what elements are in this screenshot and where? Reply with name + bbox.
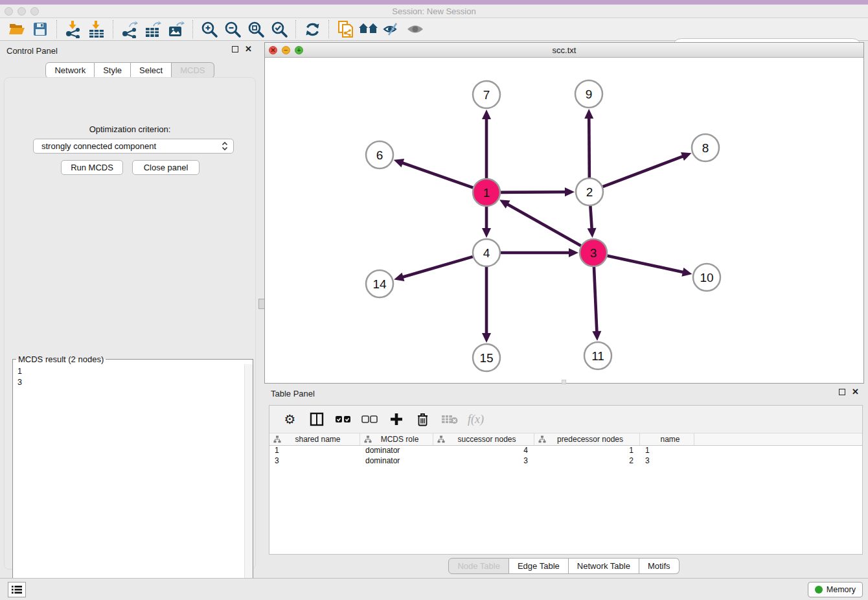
graph-node-10[interactable]: 10	[693, 264, 720, 291]
column-header-MCDS-role[interactable]: MCDS role	[360, 433, 433, 445]
graph-edge-1-4[interactable]	[482, 207, 491, 238]
zoom-out-button[interactable]	[221, 19, 244, 40]
cell[interactable]: dominator	[360, 456, 433, 467]
network-canvas[interactable]: 7968124314101511	[265, 58, 863, 383]
table-tab-node-table[interactable]: Node Table	[448, 558, 509, 574]
run-mcds-button[interactable]: Run MCDS	[61, 160, 123, 175]
column-header-shared-name[interactable]: shared name	[269, 433, 360, 445]
export-table-button[interactable]	[141, 19, 165, 40]
cell[interactable]: 1	[640, 446, 694, 456]
delete-table-button[interactable]	[437, 408, 461, 430]
cell[interactable]: 3	[269, 456, 360, 467]
canvas-resize-grip[interactable]	[562, 380, 566, 384]
split-divider[interactable]	[260, 42, 264, 384]
svg-text:14: 14	[372, 277, 387, 291]
column-header-predecessor-nodes[interactable]: predecessor nodes	[534, 433, 640, 445]
criterion-dropdown[interactable]: strongly connected component	[33, 139, 234, 154]
import-network-button[interactable]	[62, 19, 85, 40]
close-panel-button[interactable]: Close panel	[132, 160, 200, 175]
add-row-button[interactable]	[384, 408, 408, 430]
open-folder-icon	[8, 22, 25, 36]
hide-selected-button[interactable]	[380, 19, 404, 40]
delete-row-button[interactable]	[411, 408, 435, 430]
memory-button[interactable]: Memory	[808, 582, 863, 597]
table-row[interactable]: 1dominator411	[269, 446, 862, 456]
tab-mcds[interactable]: MCDS	[172, 62, 214, 78]
cell[interactable]: 3	[433, 456, 534, 467]
graph-edge-3-11[interactable]	[592, 267, 601, 341]
graph-edge-4-3[interactable]	[501, 248, 578, 257]
column-header-successor-nodes[interactable]: successor nodes	[433, 433, 534, 445]
graph-node-8[interactable]: 8	[692, 134, 719, 161]
table-tab-motifs[interactable]: Motifs	[639, 558, 680, 574]
graph-node-11[interactable]: 11	[584, 342, 611, 369]
tab-style[interactable]: Style	[95, 62, 131, 78]
table-tab-network-table[interactable]: Network Table	[569, 558, 639, 574]
graph-edge-1-6[interactable]	[394, 159, 474, 188]
graph-edge-1-2[interactable]	[501, 187, 575, 196]
graph-edge-2-3[interactable]	[588, 206, 597, 238]
column-header-name[interactable]: name	[640, 433, 694, 445]
svg-text:3: 3	[590, 246, 597, 260]
cell[interactable]: dominator	[360, 446, 433, 456]
zoom-selected-button[interactable]	[268, 19, 291, 40]
graph-edge-4-14[interactable]	[394, 257, 473, 281]
column-type-icon	[538, 435, 546, 443]
table-tab-edge-table[interactable]: Edge Table	[509, 558, 569, 574]
graph-edge-2-8[interactable]	[603, 152, 692, 187]
window-edge-strip	[0, 0, 868, 5]
graph-edge-3-1[interactable]	[499, 200, 581, 246]
table-settings-button[interactable]: ⚙	[278, 408, 302, 430]
float-panel-icon[interactable]	[232, 46, 238, 52]
show-columns-button[interactable]	[304, 408, 328, 430]
graph-node-14[interactable]: 14	[366, 270, 393, 297]
graph-edge-2-9[interactable]	[584, 109, 593, 178]
graph-node-3[interactable]: 3	[580, 239, 607, 266]
apply-function-button[interactable]: f(x)	[464, 408, 488, 430]
table-row[interactable]: 3dominator323	[269, 456, 862, 467]
result-scrollbar[interactable]	[244, 364, 253, 600]
graph-node-2[interactable]: 2	[576, 178, 603, 205]
export-network-button[interactable]	[118, 19, 141, 40]
zoom-in-button[interactable]	[198, 19, 221, 40]
titlebar[interactable]: Session: New Session	[0, 5, 868, 18]
graph-edge-1-7[interactable]	[482, 110, 491, 178]
graph-node-1[interactable]: 1	[473, 179, 500, 206]
close-table-panel-icon[interactable]: ✕	[852, 389, 859, 395]
network-window-titlebar[interactable]: ✕ − + scc.txt	[265, 43, 863, 58]
import-table-button[interactable]	[85, 19, 108, 40]
show-all-button[interactable]	[404, 19, 427, 40]
tab-select[interactable]: Select	[131, 62, 172, 78]
zoom-fit-button[interactable]	[244, 19, 268, 40]
mcds-result-text[interactable]: 1 3	[13, 364, 253, 600]
graph-edge-4-15[interactable]	[482, 267, 491, 343]
svg-text:2: 2	[586, 185, 593, 199]
clone-network-button[interactable]	[334, 19, 357, 40]
tab-network[interactable]: Network	[45, 62, 95, 78]
float-table-panel-icon[interactable]	[839, 389, 845, 395]
cell[interactable]: 4	[433, 446, 534, 456]
table-panel-title: Table Panel	[271, 389, 315, 398]
cell[interactable]: 1	[534, 446, 640, 456]
open-session-button[interactable]	[5, 19, 29, 40]
graph-node-9[interactable]: 9	[575, 80, 602, 108]
eye-icon	[406, 23, 424, 35]
graph-node-15[interactable]: 15	[473, 344, 500, 371]
graph-node-6[interactable]: 6	[366, 141, 393, 168]
export-image-button[interactable]	[165, 19, 188, 40]
refresh-layout-button[interactable]	[301, 19, 324, 40]
task-history-button[interactable]	[8, 582, 26, 597]
svg-text:7: 7	[483, 88, 490, 102]
save-floppy-icon	[33, 22, 47, 36]
graph-node-4[interactable]: 4	[473, 239, 500, 266]
select-all-button[interactable]	[331, 408, 355, 430]
home-layout-button[interactable]	[357, 19, 380, 40]
cell[interactable]: 3	[640, 456, 694, 467]
graph-node-7[interactable]: 7	[473, 81, 500, 108]
save-session-button[interactable]	[29, 19, 52, 40]
deselect-all-button[interactable]	[358, 408, 382, 430]
cell[interactable]: 1	[269, 446, 360, 456]
close-panel-icon[interactable]: ✕	[245, 46, 252, 52]
graph-edge-3-10[interactable]	[607, 256, 692, 277]
cell[interactable]: 2	[534, 456, 640, 467]
